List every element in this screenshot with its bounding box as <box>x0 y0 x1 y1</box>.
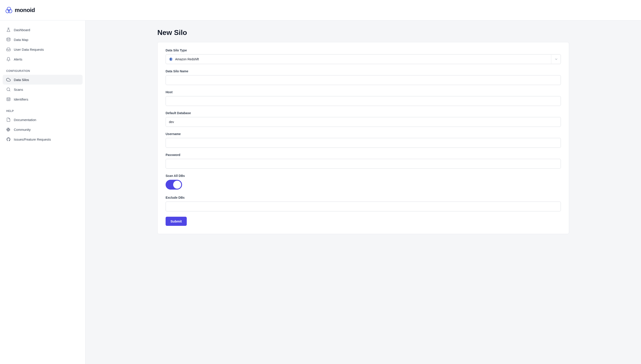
svg-point-3 <box>7 38 10 39</box>
cloud-icon <box>6 78 11 82</box>
brand-name: monoid <box>15 7 35 14</box>
sidebar-item-label: Issues/Feature Requests <box>14 138 51 141</box>
sidebar-section-help: HELP <box>3 110 82 115</box>
host-input[interactable] <box>166 96 561 106</box>
sidebar-item-label: Data Map <box>14 38 28 42</box>
sidebar-item-label: Alerts <box>14 58 22 61</box>
sidebar: Dashboard Data Map User Data Requests <box>0 20 86 364</box>
github-icon <box>6 137 11 142</box>
topbar: monoid <box>0 0 641 20</box>
brand-logo[interactable]: monoid <box>5 7 35 14</box>
svg-point-7 <box>8 98 8 99</box>
sidebar-item-data-silos[interactable]: Data Silos <box>3 75 82 84</box>
database-icon <box>6 38 11 42</box>
sidebar-item-community[interactable]: Community <box>3 124 82 134</box>
sidebar-item-alerts[interactable]: Alerts <box>3 54 82 64</box>
search-icon <box>6 87 11 92</box>
bell-icon <box>6 57 11 62</box>
silo-name-input[interactable] <box>166 75 561 85</box>
sidebar-item-identifiers[interactable]: Identifiers <box>3 94 82 104</box>
sidebar-item-label: Identifiers <box>14 98 28 101</box>
sidebar-item-label: Scans <box>14 88 23 92</box>
sidebar-item-data-map[interactable]: Data Map <box>3 35 82 44</box>
scan-all-dbs-label: Scan All DBs <box>166 174 561 178</box>
sidebar-item-label: Documentation <box>14 118 36 122</box>
default-database-input[interactable] <box>166 117 561 127</box>
username-label: Username <box>166 132 561 136</box>
host-label: Host <box>166 90 561 94</box>
page-title: New Silo <box>157 28 569 37</box>
default-database-label: Default Database <box>166 111 561 115</box>
redshift-icon <box>169 57 173 61</box>
silo-name-label: Data Silo Name <box>166 70 561 73</box>
scan-all-dbs-toggle[interactable] <box>166 180 182 190</box>
sidebar-item-scans[interactable]: Scans <box>3 84 82 94</box>
inbox-icon <box>6 47 11 52</box>
silo-type-label: Data Silo Type <box>166 48 561 52</box>
toggle-knob <box>173 181 181 189</box>
sidebar-item-documentation[interactable]: Documentation <box>3 115 82 124</box>
svg-line-5 <box>9 90 10 91</box>
sidebar-item-label: Dashboard <box>14 28 30 32</box>
exclude-dbs-input[interactable] <box>166 202 561 211</box>
main-content: New Silo Data Silo Type Amazon Redshift <box>86 20 641 364</box>
silo-type-select[interactable]: Amazon Redshift <box>166 54 561 64</box>
sidebar-section-configuration: CONFIGURATION <box>3 70 82 75</box>
sidebar-item-label: User Data Requests <box>14 48 44 52</box>
sidebar-item-dashboard[interactable]: Dashboard <box>3 25 82 35</box>
username-input[interactable] <box>166 138 561 148</box>
document-icon <box>6 118 11 122</box>
password-label: Password <box>166 153 561 157</box>
exclude-dbs-label: Exclude DBs <box>166 196 561 199</box>
silo-type-selected: Amazon Redshift <box>175 58 558 61</box>
submit-button[interactable]: Submit <box>166 217 187 226</box>
flask-icon <box>6 28 11 32</box>
idcard-icon <box>6 97 11 102</box>
brand-logo-icon <box>5 7 12 14</box>
sidebar-item-label: Data Silos <box>14 78 29 82</box>
password-input[interactable] <box>166 159 561 169</box>
slack-icon <box>6 127 11 132</box>
new-silo-form-card: Data Silo Type Amazon Redshift <box>157 42 569 234</box>
sidebar-item-issues[interactable]: Issues/Feature Requests <box>3 134 82 144</box>
sidebar-item-user-data-requests[interactable]: User Data Requests <box>3 44 82 54</box>
sidebar-item-label: Community <box>14 128 31 132</box>
